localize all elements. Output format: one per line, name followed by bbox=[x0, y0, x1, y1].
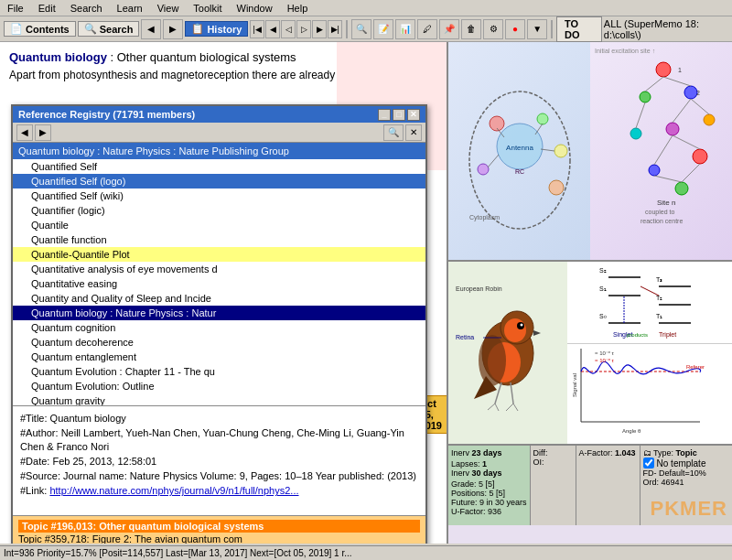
tool-btn-7[interactable]: ⚙ bbox=[483, 19, 503, 39]
list-item[interactable]: Quantum cognition bbox=[13, 320, 425, 335]
svg-text:Site n: Site n bbox=[657, 199, 675, 207]
menu-edit[interactable]: Edit bbox=[35, 3, 59, 14]
separator2 bbox=[551, 20, 553, 38]
svg-point-20 bbox=[630, 128, 641, 139]
tool-btn-red[interactable]: ● bbox=[505, 19, 525, 39]
registry-title: Reference Registry (71791 members) bbox=[18, 109, 195, 120]
nav-prev2[interactable]: ◁ bbox=[281, 20, 296, 38]
svg-line-53 bbox=[513, 404, 518, 411]
forward-button[interactable]: ▶ bbox=[163, 19, 183, 39]
svg-line-26 bbox=[691, 99, 709, 114]
list-item[interactable]: Quantile function bbox=[13, 232, 425, 247]
svg-line-51 bbox=[495, 404, 499, 411]
svg-point-19 bbox=[666, 123, 679, 135]
list-item-selected[interactable]: Quantum biology : Nature Physics : Natur bbox=[13, 306, 425, 320]
svg-line-48 bbox=[495, 382, 501, 404]
interval2-label: Inerv 30 days bbox=[451, 468, 527, 478]
svg-line-11 bbox=[535, 124, 543, 135]
detail-link-url[interactable]: http://www.nature.com/nphys/journal/v9/n… bbox=[49, 485, 298, 496]
menu-toolkit[interactable]: Toolkit bbox=[189, 3, 225, 14]
svg-point-46 bbox=[479, 335, 506, 386]
molecule-svg: Initial excitation site ↑ bbox=[590, 42, 732, 225]
contents-icon: 📄 bbox=[10, 23, 23, 35]
ufactor-label: U-Factor: 936 bbox=[451, 507, 527, 516]
tool-btn-2[interactable]: 📝 bbox=[373, 19, 393, 39]
menu-window[interactable]: Window bbox=[233, 3, 276, 14]
tool-btn-1[interactable]: 🔍 bbox=[351, 19, 371, 39]
svg-text:products: products bbox=[627, 332, 648, 338]
svg-text:2: 2 bbox=[696, 90, 700, 96]
contents-button[interactable]: 📄 Contents bbox=[4, 21, 76, 37]
tool-btn-8[interactable]: ▼ bbox=[527, 19, 547, 39]
diff-panel: Diff: OI: bbox=[531, 446, 576, 525]
list-item[interactable]: Quantified Self (wiki) bbox=[13, 188, 425, 203]
svg-point-21 bbox=[693, 149, 707, 164]
svg-point-18 bbox=[704, 114, 715, 125]
svg-text:Antenna: Antenna bbox=[506, 144, 533, 152]
svg-line-29 bbox=[654, 135, 673, 165]
list-item[interactable]: Quantitative analysis of eye movements d bbox=[13, 262, 425, 276]
nav-first[interactable]: |◀ bbox=[250, 20, 264, 38]
menubar: File Edit Search Learn View Toolkit Wind… bbox=[0, 0, 732, 16]
list-item[interactable]: Quantum decoherence bbox=[13, 335, 425, 350]
list-item[interactable]: Quantity and Quality of Sleep and Incide bbox=[13, 291, 425, 306]
back-button[interactable]: ◀ bbox=[141, 19, 161, 39]
tool-btn-4[interactable]: 🖊 bbox=[417, 19, 437, 39]
bird-panel: European Robin bbox=[448, 262, 567, 444]
svg-text:T₃: T₃ bbox=[656, 276, 662, 283]
nav-last[interactable]: ▶| bbox=[328, 20, 342, 38]
list-item[interactable]: Quantum Evolution : Chapter 11 - The qu bbox=[13, 364, 425, 379]
list-item[interactable]: Quantum entanglement bbox=[13, 350, 425, 364]
reg-btn-find[interactable]: 🔍 bbox=[383, 124, 404, 141]
nav-next[interactable]: ▷ bbox=[296, 20, 311, 38]
list-item[interactable]: Quantified Self bbox=[13, 159, 425, 174]
statusbar: Int=936 Priority=15.7% [Posit=114,557] L… bbox=[0, 545, 732, 560]
svg-text:S₁: S₁ bbox=[599, 285, 607, 292]
tool-btn-3[interactable]: 📊 bbox=[395, 19, 415, 39]
list-item[interactable]: Quantum gravity bbox=[13, 393, 425, 406]
svg-point-23 bbox=[675, 182, 688, 195]
svg-line-52 bbox=[506, 404, 513, 411]
svg-point-44 bbox=[520, 323, 522, 326]
menu-learn[interactable]: Learn bbox=[113, 3, 146, 14]
topic-item[interactable]: Topic #359,718: Figure 2: The avian quan… bbox=[18, 533, 420, 544]
registry-close-btn[interactable]: ✕ bbox=[407, 109, 420, 121]
svg-text:T₂: T₂ bbox=[656, 295, 662, 301]
list-item[interactable]: Quantified Self (logo) bbox=[13, 174, 425, 188]
registry-minimize-btn[interactable]: _ bbox=[378, 109, 391, 121]
reg-btn-2[interactable]: ▶ bbox=[35, 124, 51, 141]
svg-text:= 10⁻³ τ: = 10⁻³ τ bbox=[595, 350, 615, 356]
type-icon: 🗂 bbox=[643, 448, 651, 458]
svg-text:RC: RC bbox=[514, 168, 523, 175]
menu-view[interactable]: View bbox=[154, 3, 183, 14]
reg-btn-x[interactable]: ✕ bbox=[405, 124, 422, 141]
nav-next2[interactable]: ▶ bbox=[312, 20, 327, 38]
list-item[interactable]: Quantile-Quantile Plot bbox=[13, 247, 425, 262]
menu-search[interactable]: Search bbox=[67, 3, 106, 14]
status-right: ALL (SuperMemo 18: d:\colls\) bbox=[604, 18, 728, 40]
oi-label: OI: bbox=[533, 458, 573, 467]
reg-btn-1[interactable]: ◀ bbox=[16, 124, 33, 141]
detail-link: #Link: http://www.nature.com/nphys/journ… bbox=[20, 484, 418, 497]
list-item[interactable]: Quantile bbox=[13, 218, 425, 232]
main-area: Quantum biology : Other quantum biologic… bbox=[0, 42, 732, 544]
list-item[interactable]: Quantitative easing bbox=[13, 276, 425, 291]
search-button[interactable]: 🔍 Search bbox=[78, 21, 140, 37]
registry-list[interactable]: Quantified Self Quantified Self (logo) Q… bbox=[13, 159, 425, 406]
todo-button[interactable]: TO DO bbox=[556, 16, 602, 42]
svg-line-32 bbox=[654, 176, 682, 182]
menu-file[interactable]: File bbox=[4, 3, 27, 14]
history-button[interactable]: 📋 History bbox=[185, 21, 248, 37]
list-item[interactable]: Quantifier (logic) bbox=[13, 203, 425, 218]
svg-point-6 bbox=[478, 164, 489, 175]
svg-text:= 10⁻³ τ: = 10⁻³ τ bbox=[595, 358, 615, 363]
svg-text:T₁: T₁ bbox=[656, 313, 662, 319]
tool-btn-5[interactable]: 📌 bbox=[439, 19, 459, 39]
nav-prev[interactable]: ◀ bbox=[265, 20, 280, 38]
registry-maximize-btn[interactable]: □ bbox=[393, 109, 405, 121]
tool-btn-6[interactable]: 🗑 bbox=[461, 19, 481, 39]
menu-help[interactable]: Help bbox=[284, 3, 312, 14]
history-icon: 📋 bbox=[191, 23, 204, 35]
list-item[interactable]: Quantum Evolution: Outline bbox=[13, 379, 425, 393]
template-checkbox[interactable] bbox=[643, 458, 654, 468]
